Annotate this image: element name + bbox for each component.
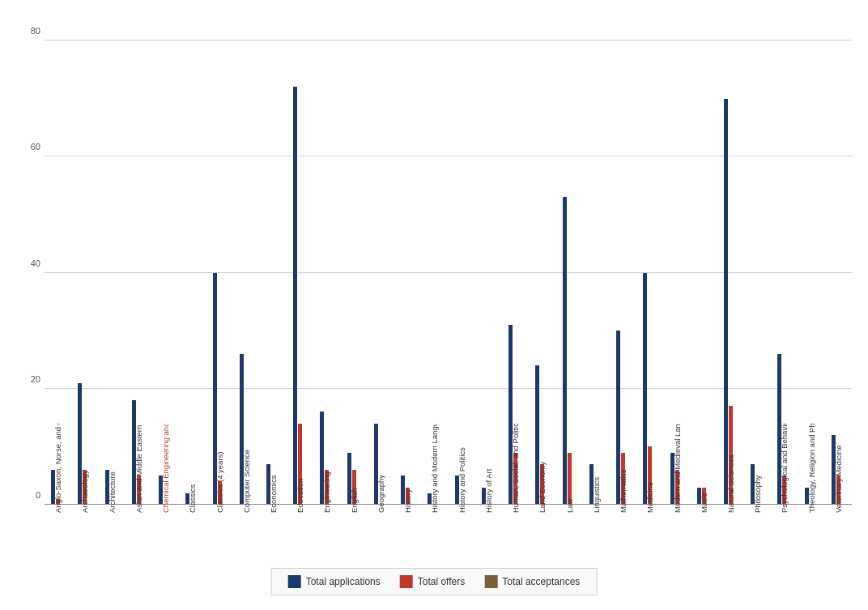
x-label-text: Human, Social, and Political Sciences [511,424,520,513]
x-label-text: Geography [377,424,385,513]
legend: Total applicationsTotal offersTotal acce… [271,568,598,595]
chart-container: 020406080 Anglo-Saxon, Norse, and Celtic… [0,0,868,610]
chart-title [0,0,868,15]
x-label-item: Law [555,424,582,513]
x-label-text: Classics (4 years) [215,424,224,513]
y-tick-label: 60 [31,142,40,151]
x-label-text: Chemical Engineering and Biotechnology [161,424,170,513]
legend-item: Total offers [400,575,465,588]
x-label-item: Asian and Middle Eastern Studies [126,424,152,513]
y-tick-label: 80 [31,26,40,36]
x-label-item: Classics (4 years) [206,424,232,513]
x-label-item: Chemical Engineering and Biotechnology [152,424,179,513]
x-label-text: History [403,424,412,513]
x-label-text: Anglo-Saxon, Norse, and Celtic [53,424,62,513]
x-label-text: Psychological and Behavioural Sciences [780,424,789,513]
x-label-text: Computer Science [242,424,251,513]
x-label-text: Archaeology [80,424,89,513]
x-label-item: History of Art [475,424,502,513]
y-tick-label: 0 [36,490,40,500]
x-label-text: Education [296,424,304,513]
x-label-item: Computer Science [233,424,260,513]
y-tick-label: 40 [31,258,40,268]
x-labels: Anglo-Saxon, Norse, and CelticArchaeolog… [45,424,852,513]
x-label-text: Medicine [645,424,654,513]
x-label-text: Natural Sciences [726,424,735,513]
x-label-item: Mathematics [610,424,636,513]
x-label-item: Economics [260,424,287,513]
legend-item: Total applications [288,575,381,588]
x-label-text: English [350,424,359,513]
x-label-text: Law [565,424,574,513]
x-label-item: Theology, Religion and Philosophy of Rel… [798,424,825,513]
x-label-text: Philosophy [753,424,762,513]
x-label-text: History of Art [484,424,493,513]
x-label-text: History and Modern Languages [430,424,439,513]
y-tick-label: 20 [31,374,40,384]
x-label-text: Linguistics [592,424,601,513]
legend-swatch-app [288,575,301,588]
x-label-text: Music [700,424,708,513]
x-label-text: Architecture [108,424,117,513]
x-label-item: Modern and Medieval Languages [663,424,690,513]
x-label-text: History and Politics [457,424,466,513]
x-label-text: Engineering [322,424,331,513]
x-label-item: Architecture [98,424,125,513]
x-label-text: Economics [269,424,278,513]
legend-swatch-offer [400,575,413,588]
x-label-text: Asian and Middle Eastern Studies [134,424,143,513]
x-label-item: History and Modern Languages [421,424,448,513]
legend-item: Total acceptances [484,575,580,588]
x-label-text: Classics [188,424,197,513]
x-label-item: Human, Social, and Political Sciences [502,424,529,513]
x-label-item: Anglo-Saxon, Norse, and Celtic [45,424,71,513]
x-label-item: Psychological and Behavioural Sciences [771,424,798,513]
legend-label-accept: Total acceptances [502,576,580,587]
x-label-text: Veterinary Medicine [834,424,843,513]
x-label-item: Linguistics [583,424,610,513]
x-label-item: Geography [368,424,394,513]
x-label-item: History and Politics [449,424,475,513]
x-label-item: Engineering [313,424,340,513]
legend-swatch-accept [484,575,497,588]
legend-label-app: Total applications [306,576,381,587]
x-label-item: Education [287,424,313,513]
x-label-item: Classics [179,424,206,513]
legend-label-offer: Total offers [418,576,465,587]
x-label-text: Theology, Religion and Philosophy of Rel… [807,424,816,513]
x-label-item: Philosophy [744,424,771,513]
x-label-item: History [394,424,421,513]
x-label-item: Veterinary Medicine [825,424,852,513]
x-label-text: Mathematics [619,424,628,513]
x-label-item: English [341,424,368,513]
x-label-item: Medicine [636,424,663,513]
x-label-item: Land Economy [529,424,555,513]
x-label-text: Land Economy [538,424,547,513]
x-label-text: Modern and Medieval Languages [673,424,682,513]
x-label-item: Music [691,424,717,513]
x-label-item: Natural Sciences [717,424,744,513]
x-label-item: Archaeology [71,424,98,513]
